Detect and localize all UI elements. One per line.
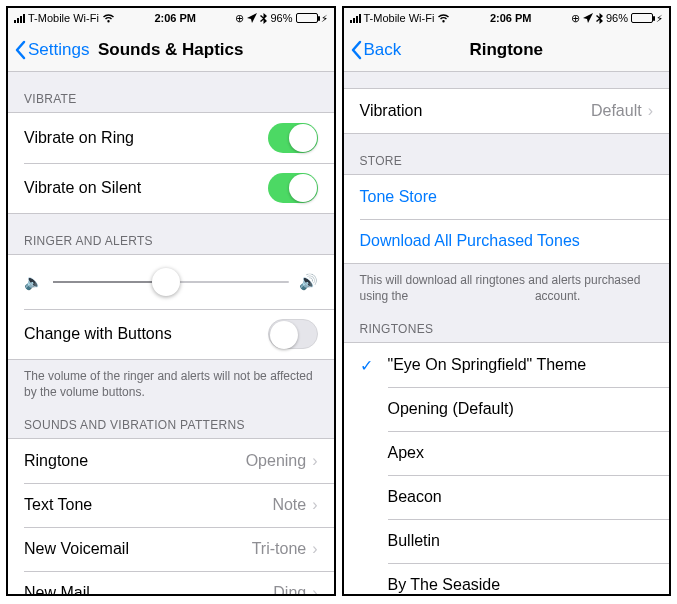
row-vibrate-on-silent[interactable]: Vibrate on Silent [8,163,334,213]
chevron-right-icon: › [312,584,317,594]
row-ringtone-item[interactable]: By The Seaside [344,563,670,594]
battery-icon [631,13,653,23]
row-ringtone-selected[interactable]: ✓ "Eye On Springfield" Theme [344,343,670,387]
chevron-right-icon: › [312,540,317,558]
wifi-icon [437,13,450,23]
section-footer-store: This will download all ringtones and ale… [344,264,670,312]
ringtone-name: "Eye On Springfield" Theme [388,356,654,374]
row-download-all[interactable]: Download All Purchased Tones [344,219,670,263]
section-header-ringer: Ringer and Alerts [8,214,334,254]
row-label: Vibrate on Ring [24,129,268,147]
link-label: Tone Store [360,188,654,206]
row-new-voicemail[interactable]: New Voicemail Tri-tone › [8,527,334,571]
row-label: Vibration [360,102,591,120]
ringtone-name: Opening (Default) [388,400,654,418]
chevron-right-icon: › [648,102,653,120]
row-ringtone-item[interactable]: Apex [344,431,670,475]
bluetooth-icon [596,13,603,24]
row-value: Ding [273,584,306,594]
row-ringtone[interactable]: Ringtone Opening › [8,439,334,483]
battery-pct-label: 96% [270,12,292,24]
switch-vibrate-on-ring[interactable] [268,123,318,153]
nav-bar: Settings Sounds & Haptics [8,28,334,72]
ringtone-content[interactable]: Vibration Default › Store Tone Store Dow… [344,72,670,594]
signal-icon [14,14,25,23]
row-label: Ringtone [24,452,246,470]
row-text-tone[interactable]: Text Tone Note › [8,483,334,527]
ringtone-name: Apex [388,444,654,462]
location-icon [247,13,257,23]
chevron-left-icon [14,40,26,60]
row-new-mail[interactable]: New Mail Ding › [8,571,334,594]
back-label: Back [364,40,402,60]
row-ringtone-item[interactable]: Bulletin [344,519,670,563]
back-button[interactable]: Settings [8,40,89,60]
location-icon [583,13,593,23]
battery-pct-label: 96% [606,12,628,24]
link-label: Download All Purchased Tones [360,232,654,250]
row-tone-store[interactable]: Tone Store [344,175,670,219]
carrier-label: T-Mobile Wi-Fi [28,12,99,24]
row-value: Tri-tone [252,540,307,558]
clock-label: 2:06 PM [154,12,196,24]
charging-icon: ⚡︎ [321,13,328,24]
row-label: Text Tone [24,496,272,514]
row-ringtone-item[interactable]: Opening (Default) [344,387,670,431]
switch-change-with-buttons[interactable] [268,319,318,349]
row-value: Opening [246,452,307,470]
section-header-ringtones: Ringtones [344,312,670,342]
row-label: New Mail [24,584,273,594]
charging-icon: ⚡︎ [656,13,663,24]
ringtone-name: Beacon [388,488,654,506]
row-value: Default [591,102,642,120]
device-ringtone: T-Mobile Wi-Fi 2:06 PM ⊕ 96% ⚡︎ Back Rin… [342,6,672,596]
row-ringtone-item[interactable]: Beacon [344,475,670,519]
volume-high-icon: 🔊 [299,273,318,291]
row-volume-slider[interactable]: 🔈 🔊 [8,255,334,309]
section-header-sounds: Sounds and Vibration Patterns [8,408,334,438]
ringtone-name: Bulletin [388,532,654,550]
chevron-left-icon [350,40,362,60]
volume-slider[interactable] [53,281,289,283]
section-header-vibrate: Vibrate [8,72,334,112]
signal-icon [350,14,361,23]
chevron-right-icon: › [312,452,317,470]
row-label: Vibrate on Silent [24,179,268,197]
clock-label: 2:06 PM [490,12,532,24]
sounds-content[interactable]: Vibrate Vibrate on Ring Vibrate on Silen… [8,72,334,594]
alarm-icon: ⊕ [235,12,244,25]
switch-vibrate-on-silent[interactable] [268,173,318,203]
row-change-with-buttons[interactable]: Change with Buttons [8,309,334,359]
back-label: Settings [28,40,89,60]
carrier-label: T-Mobile Wi-Fi [364,12,435,24]
row-value: Note [272,496,306,514]
nav-bar: Back Ringtone [344,28,670,72]
status-bar: T-Mobile Wi-Fi 2:06 PM ⊕ 96% ⚡︎ [344,8,670,28]
back-button[interactable]: Back [344,40,402,60]
row-label: Change with Buttons [24,325,268,343]
row-vibrate-on-ring[interactable]: Vibrate on Ring [8,113,334,163]
chevron-right-icon: › [312,496,317,514]
device-sounds-haptics: T-Mobile Wi-Fi 2:06 PM ⊕ 96% ⚡︎ Settings… [6,6,336,596]
check-icon: ✓ [360,356,388,375]
wifi-icon [102,13,115,23]
battery-icon [296,13,318,23]
alarm-icon: ⊕ [571,12,580,25]
section-footer-ringer: The volume of the ringer and alerts will… [8,360,334,408]
ringtone-name: By The Seaside [388,576,654,594]
volume-low-icon: 🔈 [24,273,43,291]
row-label: New Voicemail [24,540,252,558]
bluetooth-icon [260,13,267,24]
section-header-store: Store [344,134,670,174]
status-bar: T-Mobile Wi-Fi 2:06 PM ⊕ 96% ⚡︎ [8,8,334,28]
row-vibration[interactable]: Vibration Default › [344,89,670,133]
